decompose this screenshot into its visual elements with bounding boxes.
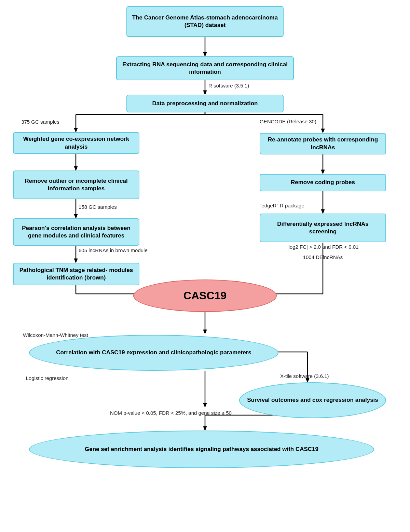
correlation-ellipse: Correlation with CASC19 expression and c… (29, 335, 278, 371)
stad-box: The Cancer Genome Atlas-stomach adenocar… (126, 6, 284, 37)
delncrnas-label: 1004 DElncRNAs (260, 254, 386, 260)
svg-marker-15 (321, 170, 325, 174)
remove-outlier-box: Remove outlier or incomplete clinical in… (13, 170, 139, 199)
wgcna-box: Weighted gene co-expression network anal… (13, 132, 139, 154)
svg-marker-34 (203, 403, 207, 407)
preprocess-box: Data preprocessing and normalization (126, 95, 284, 112)
gencode-label: GENCODE (Release 30) (260, 119, 335, 124)
svg-marker-19 (321, 209, 325, 214)
svg-marker-13 (74, 166, 78, 170)
svg-marker-1 (203, 52, 207, 56)
svg-marker-29 (203, 330, 207, 334)
log2fc-label: |log2 FC| > 2.0 and FDR < 0.01 (260, 244, 386, 250)
svg-marker-3 (203, 91, 207, 95)
remove-coding-box: Remove coding probes (260, 174, 386, 191)
xtile-label: X-tile software (3.6.1) (280, 373, 362, 379)
r-software-label: R software (3.5.1) (208, 83, 277, 88)
pearson-box: Pearson's correlation analysis between g… (13, 218, 139, 246)
svg-marker-21 (74, 259, 78, 263)
svg-marker-39 (203, 426, 207, 431)
nom-label: NOM p-value < 0.05, FDR < 25%, and gene … (34, 410, 308, 416)
extract-box: Extracting RNA sequencing data and corre… (116, 56, 294, 80)
reannotate-box: Re-annotate probes with corresponding ln… (260, 133, 386, 154)
svg-marker-17 (74, 214, 78, 218)
lncrna-605-label: 605 lncRNAs in brown module (79, 247, 154, 253)
casc19-ellipse: CASC19 (133, 279, 277, 312)
edger-label: "edgeR" R package (260, 203, 335, 208)
logistic-label: Logistic regression (13, 375, 81, 381)
svg-marker-11 (321, 129, 325, 133)
svg-marker-7 (74, 128, 78, 132)
deg-box: Differentially expressed lncRNAs screeni… (260, 214, 386, 242)
gsea-ellipse: Gene set enrichment analysis identifies … (29, 431, 374, 468)
pathological-box: Pathological TNM stage related- modules … (13, 263, 139, 285)
gc-375-label: 375 GC samples (13, 119, 68, 125)
flowchart-diagram: The Cancer Genome Atlas-stomach adenocar… (0, 0, 410, 532)
wilcoxon-label: Wilcoxon-Mann-Whitney test (13, 332, 88, 338)
gc-158-label: 158 GC samples (79, 204, 133, 210)
